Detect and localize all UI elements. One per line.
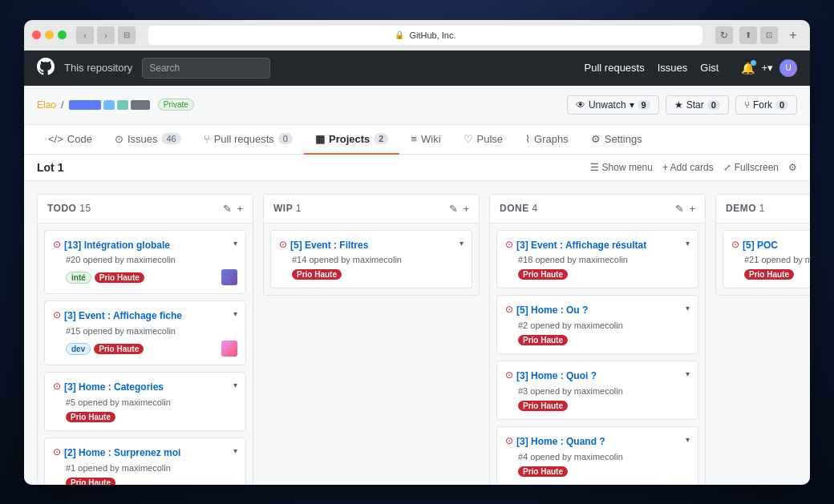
todo-cards: ⊙ [13] Intégration globale ▾ #20 opened … xyxy=(38,224,253,485)
todo-edit-icon[interactable]: ✎ xyxy=(223,203,232,215)
chevron-down-icon[interactable]: ▾ xyxy=(233,239,237,248)
share-button[interactable]: ⬆ xyxy=(739,26,757,44)
repo-label: This repository xyxy=(64,62,132,74)
todo-actions: ✎ + xyxy=(223,203,243,215)
column-done: DONE 4 ✎ + ⊙ [3] Event : Affichage résul… xyxy=(489,194,706,485)
wip-edit-icon[interactable]: ✎ xyxy=(449,203,458,215)
fullscreen-button[interactable]: ⤢ Fullscreen xyxy=(723,162,779,173)
card-meta: #15 opened by maximecolin xyxy=(66,326,237,336)
wip-count: 1 xyxy=(296,203,302,214)
private-badge: Private xyxy=(158,99,194,111)
chevron-down-icon[interactable]: ▾ xyxy=(686,239,690,248)
wip-cards: ⊙ [5] Event : Filtres ▾ #14 opened by ma… xyxy=(264,224,479,296)
tab-pull-requests[interactable]: ⑂ Pull requests 0 xyxy=(192,125,304,155)
label-dev[interactable]: dev xyxy=(66,343,91,355)
name-block-1 xyxy=(69,100,101,110)
projects-count: 2 xyxy=(374,133,388,144)
label-prio-haute[interactable]: Prio Haute xyxy=(744,269,794,280)
label-prio-haute[interactable]: Prio Haute xyxy=(95,272,144,283)
project-settings-icon[interactable]: ⚙ xyxy=(788,162,797,173)
chevron-down-icon[interactable]: ▾ xyxy=(686,369,690,378)
done-actions: ✎ + xyxy=(675,203,695,215)
wip-add-icon[interactable]: + xyxy=(463,203,469,215)
done-add-icon[interactable]: + xyxy=(689,203,695,215)
tab-issues[interactable]: ⊙ Issues 46 xyxy=(103,125,192,155)
label-prio-haute[interactable]: Prio Haute xyxy=(518,335,568,345)
card-title[interactable]: [5] Home : Ou ? xyxy=(516,304,682,317)
tab-settings[interactable]: ⚙ Settings xyxy=(580,125,654,155)
card-title[interactable]: [13] Intégration globale xyxy=(64,239,230,252)
tab-graphs[interactable]: ⌇ Graphs xyxy=(514,125,580,155)
chevron-down-icon[interactable]: ▾ xyxy=(233,309,237,318)
nav-pull-requests[interactable]: Pull requests xyxy=(585,62,645,74)
label-prio-haute[interactable]: Prio Haute xyxy=(518,269,568,280)
chevron-down-icon[interactable]: ▾ xyxy=(460,239,464,248)
chevron-down-icon[interactable]: ▾ xyxy=(233,446,237,455)
close-button[interactable] xyxy=(32,30,41,39)
address-bar[interactable]: 🔒 GitHub, Inc. xyxy=(148,26,702,45)
card-meta: #2 opened by maximecolin xyxy=(518,321,690,330)
new-item-button[interactable]: +▾ xyxy=(761,62,773,74)
card-title[interactable]: [3] Event : Affichage fiche xyxy=(64,309,230,323)
show-menu-button[interactable]: ☰ Show menu xyxy=(590,162,653,173)
issue-icon: ⊙ xyxy=(53,381,61,392)
card-title[interactable]: [5] POC xyxy=(743,239,810,252)
back-button[interactable]: ‹ xyxy=(76,26,94,44)
search-input[interactable]: Search xyxy=(142,58,270,79)
card-title[interactable]: [3] Home : Quoi ? xyxy=(516,369,682,383)
nav-issues[interactable]: Issues xyxy=(658,62,688,74)
reader-button[interactable]: ⊡ xyxy=(760,26,778,44)
card-labels: Prio Haute xyxy=(744,269,810,280)
tab-pulse[interactable]: ♡ Pulse xyxy=(452,125,515,155)
new-tab-button[interactable]: + xyxy=(784,26,802,44)
chevron-down-icon[interactable]: ▾ xyxy=(686,435,690,444)
project-toolbar: Lot 1 ☰ Show menu + Add cards ⤢ Fullscre… xyxy=(24,155,810,181)
card-title[interactable]: [3] Home : Quand ? xyxy=(516,435,682,449)
repo-actions: 👁 Unwatch ▾ 9 ★ Star 0 ⑂ Fork 0 xyxy=(567,95,797,115)
label-prio-haute[interactable]: Prio Haute xyxy=(518,401,568,411)
label-prio-haute[interactable]: Prio Haute xyxy=(94,344,144,354)
tab-projects[interactable]: ▦ Projects 2 xyxy=(304,125,399,155)
forward-button[interactable]: › xyxy=(97,26,115,44)
card-title[interactable]: [3] Home : Categories xyxy=(64,381,230,394)
reload-button[interactable]: ↻ xyxy=(715,26,733,44)
card-labels: Prio Haute xyxy=(518,401,690,411)
tab-code[interactable]: </> Code xyxy=(37,125,103,155)
label-prio-haute[interactable]: Prio Haute xyxy=(66,478,115,485)
label-prio-haute[interactable]: Prio Haute xyxy=(66,412,115,422)
issue-icon: ⊙ xyxy=(505,435,513,446)
wip-actions: ✎ + xyxy=(449,203,469,215)
card-title[interactable]: [5] Event : Filtres xyxy=(290,239,456,252)
card-footer: inté Prio Haute xyxy=(53,269,237,285)
tab-overview-button[interactable]: ⊟ xyxy=(118,26,136,44)
todo-add-icon[interactable]: + xyxy=(237,203,243,215)
nav-gist[interactable]: Gist xyxy=(700,62,719,74)
repo-owner[interactable]: Elao xyxy=(37,99,56,111)
add-cards-button[interactable]: + Add cards xyxy=(662,162,714,173)
demo-title: DEMO 1 xyxy=(726,203,765,214)
user-avatar[interactable]: U xyxy=(779,59,797,77)
done-edit-icon[interactable]: ✎ xyxy=(675,203,684,215)
watch-button[interactable]: 👁 Unwatch ▾ 9 xyxy=(567,95,659,115)
label-inte[interactable]: inté xyxy=(66,272,91,284)
list-item: ⊙ [5] Event : Filtres ▾ #14 opened by ma… xyxy=(270,230,472,289)
card-title[interactable]: [2] Home : Surprenez moi xyxy=(64,446,230,460)
card-title[interactable]: [3] Event : Affichage résultat xyxy=(516,239,682,252)
chevron-down-icon[interactable]: ▾ xyxy=(686,304,690,312)
label-prio-haute[interactable]: Prio Haute xyxy=(518,466,568,477)
maximize-button[interactable] xyxy=(58,30,67,39)
tab-wiki[interactable]: ≡ Wiki xyxy=(399,125,451,155)
notifications-bell[interactable]: 🔔 xyxy=(741,62,755,75)
star-button[interactable]: ★ Star 0 xyxy=(666,95,729,115)
repo-header: Elao / Private 👁 Unwatch ▾ 9 ★ Star 0 xyxy=(24,86,810,125)
issue-icon: ⊙ xyxy=(279,239,287,250)
minimize-button[interactable] xyxy=(45,30,54,39)
github-logo[interactable] xyxy=(37,58,55,78)
name-block-3 xyxy=(117,100,128,110)
card-meta: #14 opened by maximecolin xyxy=(292,255,464,264)
list-item: ⊙ [3] Home : Categories ▾ #5 opened by m… xyxy=(44,372,246,431)
label-prio-haute[interactable]: Prio Haute xyxy=(292,269,342,280)
card-footer: dev Prio Haute xyxy=(53,341,237,357)
fork-button[interactable]: ⑂ Fork 0 xyxy=(735,95,797,115)
chevron-down-icon[interactable]: ▾ xyxy=(233,381,237,389)
